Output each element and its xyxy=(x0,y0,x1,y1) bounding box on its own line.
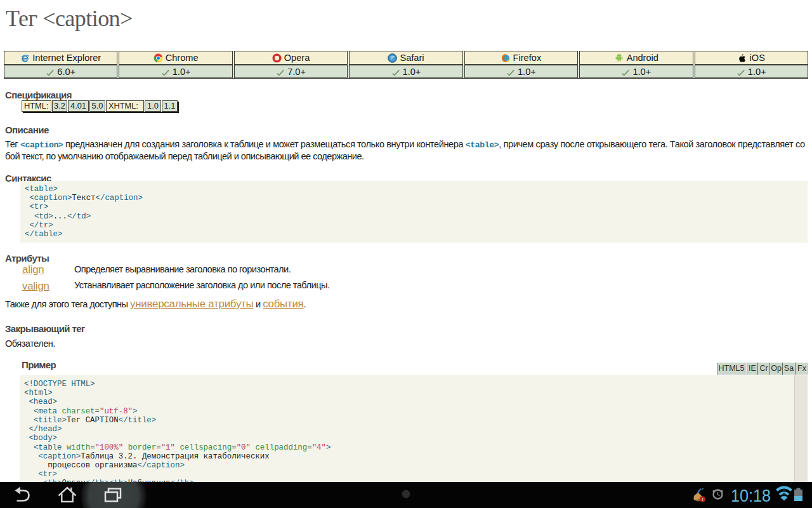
svg-text:!: ! xyxy=(702,497,703,502)
svg-text:10:18: 10:18 xyxy=(731,486,771,505)
